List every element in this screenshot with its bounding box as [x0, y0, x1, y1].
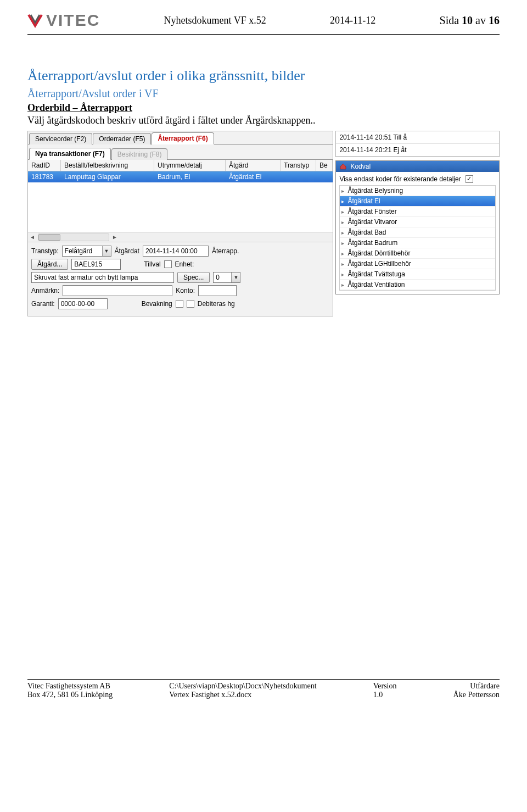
chevron-right-icon: ▸: [340, 271, 345, 277]
label-garanti: Garanti:: [31, 300, 55, 308]
col-bestallt[interactable]: Beställt/felbeskrivning: [61, 160, 154, 171]
chevron-right-icon: ▸: [340, 282, 345, 288]
kodval-item-label: Åtgärdat Belysning: [345, 186, 495, 196]
time-log: 2014-11-14 20:51 Till å 2014-11-14 20:21…: [335, 131, 500, 157]
checkbox-tillval[interactable]: [164, 260, 172, 268]
kodval-item-label: Åtgärdat Ventilation: [345, 280, 495, 290]
footer-version-label: Version: [373, 682, 397, 691]
input-atgardkod[interactable]: [71, 259, 121, 270]
kodval-item[interactable]: ▸Åtgärdat Belysning: [340, 186, 495, 196]
dropdown-icon[interactable]: ▼: [231, 272, 240, 282]
input-atgardat[interactable]: [143, 246, 209, 257]
scroll-track[interactable]: [38, 233, 109, 241]
atgard-button[interactable]: Åtgärd...: [31, 259, 68, 270]
footer-filename: Vertex Fastighet x.52.docx: [169, 691, 316, 699]
spec-button[interactable]: Spec...: [177, 272, 210, 283]
house-icon: [339, 163, 347, 170]
tab-orderrader[interactable]: Orderrader (F5): [93, 133, 151, 144]
kodval-item[interactable]: ▸Åtgärdat Ventilation: [340, 280, 495, 290]
form-block: Transtyp: ▼ Åtgärdat Återrapp. Åtgärd...: [28, 242, 333, 316]
vitec-logo: VITEC: [27, 11, 100, 30]
checkbox-kodval-filter[interactable]: [466, 175, 473, 183]
tab-aterrapport[interactable]: Återrapport (F6): [152, 132, 214, 144]
screenshot-ui: Serviceorder (F2) Orderrader (F5) Återra…: [27, 131, 500, 316]
footer-utfardare-label: Utfärdare: [453, 682, 500, 691]
chevron-right-icon: ▸: [340, 219, 345, 225]
checkbox-bevakning[interactable]: [176, 300, 183, 308]
grid-empty-area: [28, 182, 333, 232]
checkbox-debiteras[interactable]: [187, 300, 194, 308]
chevron-right-icon: ▸: [340, 261, 345, 267]
kodval-item-label: Åtgärdat Bad: [345, 227, 495, 237]
kodval-item[interactable]: ▸Åtgärdat El: [340, 196, 495, 207]
body-paragraph: Välj åtgärdskodoch beskriv utförd åtgärd…: [27, 115, 500, 126]
label-anmarkn: Anmärkn:: [31, 287, 59, 294]
label-atgardat: Åtgärdat: [115, 247, 139, 255]
footer-company: Vitec Fastighetssystem AB: [27, 682, 113, 691]
col-radid[interactable]: RadID: [28, 160, 61, 171]
right-panel: 2014-11-14 20:51 Till å 2014-11-14 20:21…: [335, 131, 500, 294]
doc-date: 2014-11-12: [330, 15, 375, 26]
label-enhet: Enhet:: [175, 260, 194, 268]
heading-level1: Återrapport/avslut order i olika gränssn…: [27, 68, 500, 84]
kodval-item-label: Åtgärdat Fönster: [345, 207, 495, 216]
kodval-list: ▸Åtgärdat Belysning▸Åtgärdat El▸Åtgärdat…: [339, 185, 496, 291]
kodval-title-text: Kodval: [350, 163, 371, 170]
col-transtyp[interactable]: Transtyp: [281, 160, 316, 171]
kodval-item[interactable]: ▸Åtgärdat Bad: [340, 227, 495, 238]
kodval-item[interactable]: ▸Åtgärdat Tvättstuga: [340, 269, 495, 280]
col-utrymme[interactable]: Utrymme/detalj: [154, 160, 226, 171]
logo-text: VITEC: [46, 11, 100, 30]
horizontal-scrollbar[interactable]: ◄ ►: [28, 232, 333, 242]
dropdown-icon[interactable]: ▼: [102, 246, 111, 256]
chevron-right-icon: ▸: [340, 198, 345, 204]
tab-serviceorder[interactable]: Serviceorder (F2): [29, 133, 92, 144]
tab-row-main: Serviceorder (F2) Orderrader (F5) Återra…: [28, 131, 333, 144]
col-be[interactable]: Be: [316, 160, 333, 171]
doc-title: Nyhetsdokument VF x.52: [164, 15, 266, 26]
footer-utfardare-value: Åke Pettersson: [453, 691, 500, 699]
kodval-filter-label: Visa endast koder för existerande detalj…: [339, 175, 461, 183]
label-tillval: Tillval: [144, 260, 160, 268]
col-atgard[interactable]: Åtgärd: [226, 160, 281, 171]
input-description[interactable]: [31, 272, 174, 283]
kodval-item[interactable]: ▸Åtgärdat Dörrtillbehör: [340, 248, 495, 259]
kodval-item-label: Åtgärdat Vitvaror: [345, 217, 495, 227]
footer-address: Box 472, 581 05 Linköping: [27, 691, 113, 699]
kodval-titlebar[interactable]: Kodval: [336, 161, 499, 172]
label-bevakning: Bevakning: [142, 300, 172, 308]
heading-level2: Återrapport/Avslut order i VF: [27, 87, 500, 100]
input-garanti[interactable]: [58, 298, 108, 309]
label-transtyp: Transtyp:: [31, 247, 59, 255]
page-footer: Vitec Fastighetssystem AB Box 472, 581 0…: [0, 679, 527, 710]
input-konto[interactable]: [198, 285, 237, 296]
kodval-item-label: Åtgärdat Dörrtillbehör: [345, 248, 495, 258]
table-row[interactable]: 181783 Lamputtag Glappar Badrum, El Åtgä…: [28, 171, 333, 182]
kodval-item-label: Åtgärdat Badrum: [345, 238, 495, 248]
scroll-right-icon[interactable]: ►: [110, 233, 119, 242]
scroll-thumb[interactable]: [38, 234, 60, 241]
tab-nya-transaktioner[interactable]: Nya transaktioner (F7): [29, 148, 111, 160]
time-log-line-2: 2014-11-14 20:21 Ej åt: [336, 144, 499, 157]
kodval-item-label: Åtgärdat El: [345, 196, 495, 206]
chevron-right-icon: ▸: [340, 251, 345, 257]
time-log-line-1: 2014-11-14 20:51 Till å: [336, 131, 499, 144]
left-panel: Serviceorder (F2) Orderrader (F5) Återra…: [27, 131, 333, 316]
kodval-item[interactable]: ▸Åtgärdat LGHtillbehör: [340, 259, 495, 269]
kodval-item[interactable]: ▸Åtgärdat Vitvaror: [340, 217, 495, 227]
kodval-item-label: Åtgärdat Tvättstuga: [345, 269, 495, 279]
input-anmarkn[interactable]: [63, 285, 172, 296]
kodval-item[interactable]: ▸Åtgärdat Badrum: [340, 238, 495, 248]
kodval-item-label: Åtgärdat LGHtillbehör: [345, 259, 495, 269]
label-aterrapp: Återrapp.: [212, 247, 239, 255]
footer-path: C:\Users\viapn\Desktop\Docx\Nyhetsdokume…: [169, 682, 316, 691]
chevron-right-icon: ▸: [340, 188, 345, 194]
footer-version-value: 1.0: [373, 691, 397, 699]
kodval-item[interactable]: ▸Åtgärdat Fönster: [340, 207, 495, 217]
label-debiteras: Debiteras hg: [198, 300, 235, 308]
scroll-left-icon[interactable]: ◄: [28, 233, 37, 242]
tab-besiktning[interactable]: Besiktning (F8): [111, 148, 168, 160]
logo-mark-icon: [27, 13, 43, 28]
heading-level3: Orderbild – Återrapport: [27, 102, 500, 114]
kodval-window: Kodval Visa endast koder för existerande…: [335, 160, 500, 294]
